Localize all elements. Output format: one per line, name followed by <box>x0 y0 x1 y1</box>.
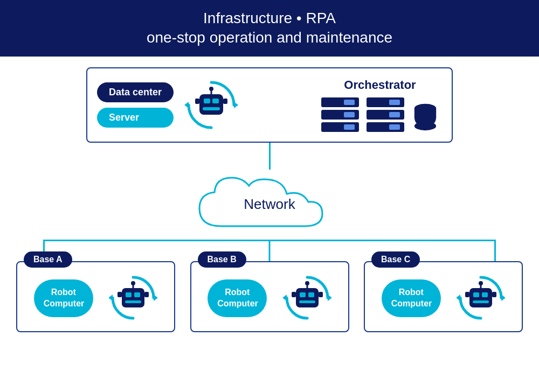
base-a-robot-icon <box>109 274 157 323</box>
svg-rect-26 <box>296 288 319 307</box>
server-bar-4 <box>367 97 404 107</box>
cloud-container: Network <box>189 170 350 240</box>
svg-rect-43 <box>492 292 496 297</box>
server-bar-2 <box>321 110 359 120</box>
base-b-robot-computer: RobotComputer <box>208 279 267 317</box>
svg-rect-2 <box>199 94 223 115</box>
svg-rect-28 <box>308 292 314 297</box>
svg-marker-24 <box>328 295 331 301</box>
svg-rect-5 <box>203 107 220 110</box>
svg-marker-25 <box>283 295 287 301</box>
main-robot-icon <box>184 78 238 132</box>
base-c-robot-icon <box>457 274 505 323</box>
orchestrator-section: Orchestrator <box>321 78 439 132</box>
svg-rect-3 <box>204 99 210 103</box>
svg-marker-15 <box>109 295 113 301</box>
bases-row: Base A RobotComputer <box>11 261 528 332</box>
svg-marker-14 <box>154 295 157 301</box>
svg-rect-39 <box>473 300 489 303</box>
svg-point-7 <box>209 87 213 91</box>
base-c-contents: RobotComputer <box>374 274 513 323</box>
base-b-box: Base B RobotComputer <box>190 261 349 332</box>
server-bar-3 <box>321 122 359 132</box>
base-a-label: Base A <box>24 251 72 268</box>
svg-rect-37 <box>473 292 479 297</box>
distribution-lines <box>16 240 523 261</box>
base-a-box: Base A RobotComputer <box>16 261 175 332</box>
server-bar-5 <box>367 110 404 120</box>
svg-rect-19 <box>125 300 141 303</box>
svg-rect-18 <box>134 292 140 297</box>
svg-rect-9 <box>223 99 227 104</box>
header-line1: Infrastructure • RPA <box>5 9 534 28</box>
page-header: Infrastructure • RPA one-stop operation … <box>0 0 539 57</box>
server-stack-1 <box>321 97 359 132</box>
svg-marker-34 <box>501 295 505 301</box>
server-stack-2 <box>367 97 404 132</box>
svg-rect-29 <box>299 300 315 303</box>
base-a-robot-computer: RobotComputer <box>34 279 93 317</box>
server-icons <box>321 97 439 132</box>
base-c-box: Base C RobotComputer <box>364 261 523 332</box>
svg-rect-8 <box>195 99 199 104</box>
server-bar-1 <box>321 97 359 107</box>
main-content: Data center Server <box>0 57 539 338</box>
svg-rect-36 <box>469 288 492 307</box>
svg-point-41 <box>479 281 483 285</box>
base-b-label: Base B <box>198 251 246 268</box>
svg-point-21 <box>131 281 135 285</box>
base-b-contents: RobotComputer <box>200 274 340 323</box>
base-c-robot-computer: RobotComputer <box>382 279 441 317</box>
svg-marker-0 <box>234 102 238 108</box>
datacenter-server-labels: Data center Server <box>97 82 174 128</box>
svg-marker-35 <box>457 295 460 301</box>
server-bar-6 <box>367 122 404 132</box>
header-line2: one-stop operation and maintenance <box>5 28 534 47</box>
datacenter-box: Data center Server <box>86 67 453 143</box>
svg-rect-32 <box>292 292 296 297</box>
svg-rect-16 <box>122 288 144 307</box>
database-icon <box>412 102 439 132</box>
svg-rect-27 <box>300 292 306 297</box>
orchestrator-label: Orchestrator <box>344 78 416 92</box>
svg-rect-33 <box>319 292 323 297</box>
svg-marker-1 <box>184 102 189 108</box>
svg-rect-17 <box>126 292 132 297</box>
v-drop-right <box>494 240 496 261</box>
svg-point-31 <box>305 281 309 285</box>
base-b-robot-icon <box>283 274 331 323</box>
base-a-contents: RobotComputer <box>26 274 165 323</box>
svg-rect-22 <box>118 292 122 297</box>
svg-rect-42 <box>465 292 469 297</box>
svg-point-13 <box>414 122 436 131</box>
base-c-label: Base C <box>371 251 420 268</box>
svg-rect-38 <box>482 292 488 297</box>
svg-rect-23 <box>144 292 149 297</box>
cloud-section: Network <box>16 170 523 240</box>
v-connector-top <box>269 143 271 170</box>
server-label: Server <box>97 108 174 128</box>
v-drop-center <box>269 240 271 261</box>
datacenter-label: Data center <box>97 82 174 102</box>
svg-rect-4 <box>212 99 219 103</box>
network-label: Network <box>244 196 295 213</box>
